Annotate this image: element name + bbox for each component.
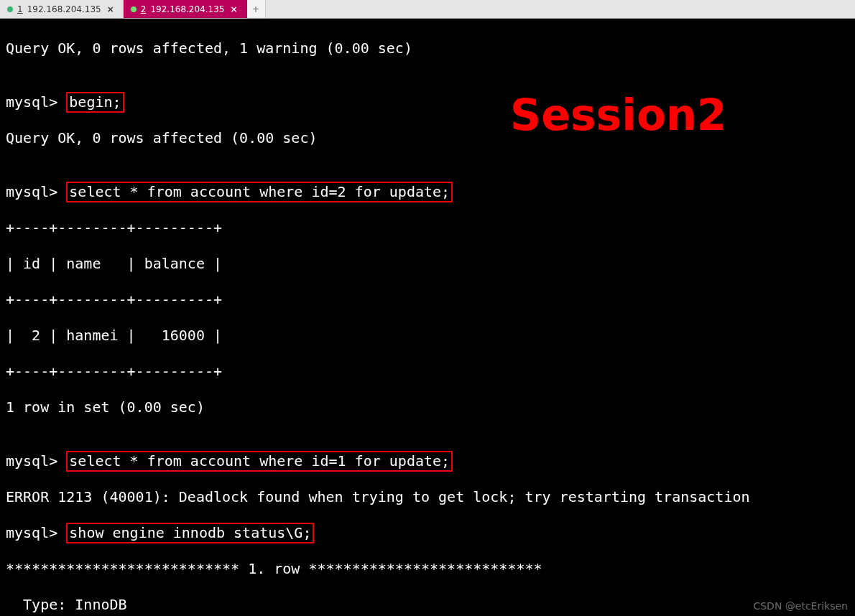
terminal-line: Type: InnoDB	[6, 596, 849, 614]
tab-label: 192.168.204.135	[27, 4, 101, 14]
table-separator: +----+--------+---------+	[6, 219, 849, 237]
plus-icon: +	[252, 4, 259, 14]
close-icon[interactable]: ×	[106, 4, 116, 14]
table-separator: +----+--------+---------+	[6, 291, 849, 309]
watermark: CSDN @etcEriksen	[753, 600, 848, 612]
highlighted-command: select * from account where id=1 for upd…	[66, 451, 453, 472]
prompt: mysql>	[6, 524, 66, 541]
error-line: ERROR 1213 (40001): Deadlock found when …	[6, 488, 849, 506]
table-separator: +----+--------+---------+	[6, 363, 849, 381]
tab-label: 192.168.204.135	[150, 4, 224, 14]
terminal-line: 1 row in set (0.00 sec)	[6, 398, 849, 416]
prompt: mysql>	[6, 452, 66, 470]
prompt: mysql>	[6, 183, 66, 200]
new-tab-button[interactable]: +	[247, 0, 266, 18]
table-header: | id | name | balance |	[6, 255, 849, 273]
tab-index: 1	[17, 4, 23, 14]
status-dot-icon	[7, 6, 13, 12]
terminal-line: mysql> select * from account where id=1 …	[6, 452, 849, 470]
close-icon[interactable]: ×	[228, 4, 239, 14]
terminal-line: mysql> select * from account where id=2 …	[6, 183, 849, 201]
tab-2[interactable]: 2 192.168.204.135 ×	[124, 0, 247, 18]
tab-bar: 1 192.168.204.135 × 2 192.168.204.135 × …	[0, 0, 855, 19]
annotation-session-label: Session2	[510, 90, 727, 140]
table-row: | 2 | hanmei | 16000 |	[6, 327, 849, 345]
terminal-line: *************************** 1. row *****…	[6, 560, 849, 578]
highlighted-command: begin;	[66, 92, 124, 113]
tab-index: 2	[141, 4, 147, 14]
highlighted-command: show engine innodb status\G;	[66, 523, 314, 543]
highlighted-command: select * from account where id=2 for upd…	[66, 182, 453, 202]
status-dot-icon	[131, 6, 137, 12]
tab-1[interactable]: 1 192.168.204.135 ×	[0, 0, 124, 18]
prompt: mysql>	[6, 93, 66, 111]
terminal-line: Query OK, 0 rows affected, 1 warning (0.…	[6, 39, 849, 57]
terminal-line: mysql> show engine innodb status\G;	[6, 524, 849, 542]
